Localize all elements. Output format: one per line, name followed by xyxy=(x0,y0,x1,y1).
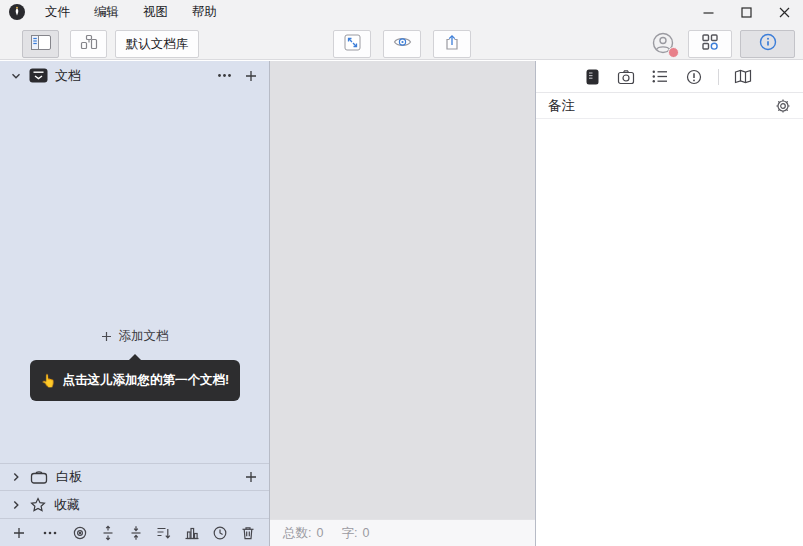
library-button[interactable]: 默认文档库 xyxy=(115,30,199,58)
history-clock-icon[interactable] xyxy=(211,524,229,542)
maximize-icon xyxy=(741,7,752,18)
menu-help[interactable]: 帮助 xyxy=(180,0,229,24)
add-document-label: 添加文档 xyxy=(119,328,169,345)
fullscreen-icon xyxy=(344,34,361,55)
plus-icon xyxy=(101,331,112,342)
toggle-sidebar-button[interactable] xyxy=(22,30,59,58)
app-window: 文件 编辑 视图 帮助 xyxy=(0,0,803,546)
notification-badge xyxy=(668,47,679,58)
notes-icon xyxy=(586,69,599,85)
notes-header-label: 备注 xyxy=(548,97,575,115)
library-button-label: 默认文档库 xyxy=(126,36,189,53)
export-button[interactable] xyxy=(433,30,471,58)
onboarding-tooltip-text: 点击这儿添加您的第一个文档! xyxy=(62,372,229,389)
tabs-divider xyxy=(718,69,719,85)
star-icon xyxy=(30,497,46,513)
add-document-plus-icon[interactable] xyxy=(245,70,257,82)
whiteboard-icon xyxy=(30,470,48,485)
tab-notes[interactable] xyxy=(582,67,602,87)
window-controls xyxy=(689,0,803,24)
toolbar: 默认文档库 xyxy=(0,24,803,60)
info-circle-icon xyxy=(686,69,702,85)
favorites-section-header[interactable]: 收藏 xyxy=(0,490,269,518)
add-document-link[interactable]: 添加文档 xyxy=(0,328,269,345)
tab-media[interactable] xyxy=(616,67,636,87)
more-icon[interactable] xyxy=(217,73,232,78)
whiteboard-section-header[interactable]: 白板 xyxy=(0,463,269,490)
maximize-button[interactable] xyxy=(727,0,765,24)
documents-section-label: 文档 xyxy=(55,67,81,85)
footer-add-button[interactable] xyxy=(10,524,28,542)
footer-more-button[interactable] xyxy=(41,524,59,542)
trash-icon[interactable] xyxy=(239,524,257,542)
expand-all-icon[interactable] xyxy=(99,524,117,542)
account-button[interactable] xyxy=(651,31,677,57)
minimize-button[interactable] xyxy=(689,0,727,24)
whiteboard-section-label: 白板 xyxy=(56,468,82,486)
inspector-panel: 备注 xyxy=(535,61,803,546)
onboarding-tooltip: 👆 点击这儿添加您的第一个文档! xyxy=(30,360,240,401)
sidebar-panel-icon xyxy=(31,35,51,54)
total-count-value: 0 xyxy=(316,526,323,540)
documents-section-header[interactable]: 文档 xyxy=(0,61,269,90)
favorites-section-label: 收藏 xyxy=(54,496,80,514)
grid-icon xyxy=(701,33,719,55)
info-icon xyxy=(759,33,777,55)
sort-icon[interactable] xyxy=(155,524,173,542)
total-count-label: 总数: xyxy=(283,525,311,542)
collapse-all-icon[interactable] xyxy=(127,524,145,542)
word-count-label: 字: xyxy=(341,525,357,542)
menu-view[interactable]: 视图 xyxy=(131,0,180,24)
pointing-finger-emoji: 👆 xyxy=(41,373,57,388)
chevron-right-icon[interactable] xyxy=(10,499,22,511)
close-icon xyxy=(779,7,790,18)
structure-view-button[interactable] xyxy=(70,30,107,58)
structure-icon xyxy=(80,34,98,54)
inspector-tabs xyxy=(536,61,803,93)
word-count-value: 0 xyxy=(362,526,369,540)
tab-map[interactable] xyxy=(733,67,753,87)
menu-file[interactable]: 文件 xyxy=(33,0,82,24)
editor-pane[interactable]: 总数: 0 字: 0 xyxy=(270,61,535,546)
sidebar: 文档 添加文档 👆 点击这儿添加您的第一个文档! xyxy=(0,61,270,546)
gear-icon[interactable] xyxy=(775,98,791,114)
chevron-right-icon[interactable] xyxy=(10,471,22,483)
apps-grid-button[interactable] xyxy=(688,30,732,58)
eye-icon xyxy=(393,35,412,53)
menubar: 文件 编辑 视图 帮助 xyxy=(33,0,229,24)
inspector-toggle-button[interactable] xyxy=(740,30,795,58)
focus-mode-button[interactable] xyxy=(383,30,421,58)
notes-header: 备注 xyxy=(536,93,803,119)
camera-icon xyxy=(617,69,635,85)
titlebar: 文件 编辑 视图 帮助 xyxy=(0,0,803,24)
app-logo-icon xyxy=(9,4,25,20)
add-whiteboard-plus-icon[interactable] xyxy=(245,471,257,483)
export-icon xyxy=(444,34,460,55)
map-icon xyxy=(734,69,752,84)
tab-outline[interactable] xyxy=(650,67,670,87)
minimize-icon xyxy=(703,7,714,18)
fullscreen-button[interactable] xyxy=(333,30,371,58)
menu-edit[interactable]: 编辑 xyxy=(82,0,131,24)
close-button[interactable] xyxy=(765,0,803,24)
sidebar-footer-toolbar xyxy=(0,518,269,546)
locate-target-icon[interactable] xyxy=(71,524,89,542)
chevron-down-icon[interactable] xyxy=(10,70,22,82)
statusbar: 总数: 0 字: 0 xyxy=(270,519,535,546)
documents-icon xyxy=(29,68,48,83)
statistics-icon[interactable] xyxy=(183,524,201,542)
tab-info[interactable] xyxy=(684,67,704,87)
list-icon xyxy=(652,70,668,83)
